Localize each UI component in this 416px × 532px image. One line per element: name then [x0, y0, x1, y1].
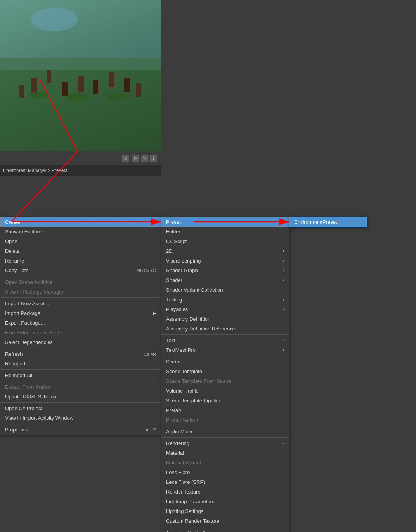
svg-rect-2	[31, 78, 37, 93]
left-menu-shortcut-copy-path: Alt+Ctrl+C	[136, 268, 156, 273]
left-menu-item-open-csharp[interactable]: Open C# Project	[0, 403, 161, 413]
right-menu-label-folder: Folder	[166, 229, 180, 235]
right-menu-label-material: Material	[166, 450, 184, 456]
left-menu-label-create: Create	[5, 219, 20, 225]
left-menu-item-properties[interactable]: Properties...Alt+P	[0, 425, 161, 435]
right-menu-item-playables[interactable]: Playables›	[161, 304, 289, 314]
right-menu-item-assembly-definition-reference[interactable]: Assembly Definition Reference	[161, 324, 289, 334]
right-menu-label-prefab-variant: Prefab Variant	[166, 417, 198, 423]
left-menu-label-delete: Delete	[5, 248, 20, 254]
sep-sep7	[0, 424, 161, 424]
right-menu-item-folder[interactable]: Folder	[161, 227, 289, 236]
right-menu-item-custom-render-texture[interactable]: Custom Render Texture	[161, 516, 289, 526]
scene-decorations	[0, 0, 161, 161]
right-menu-item-preset[interactable]: Preset›	[161, 217, 289, 227]
left-context-menu: Create▶Show in ExplorerOpenDeleteRenameC…	[0, 217, 161, 435]
left-menu-label-reimport: Reimport	[5, 361, 26, 367]
left-menu-label-import-new-asset: Import New Asset...	[5, 301, 49, 306]
right-menu-item-assembly-definition[interactable]: Assembly Definition	[161, 314, 289, 324]
right-menu-item-audio-mixer[interactable]: Audio Mixer	[161, 427, 289, 436]
svg-point-13	[106, 93, 127, 100]
svg-rect-8	[124, 78, 130, 92]
svg-rect-5	[78, 76, 84, 92]
left-menu-arrow-create: ▶	[153, 220, 156, 224]
left-menu-shortcut-refresh: Ctrl+R	[144, 352, 156, 356]
right-menu-item-scene[interactable]: Scene	[161, 357, 289, 367]
left-menu-item-reimport[interactable]: Reimport	[0, 359, 161, 369]
right-menu-label-textmeshpro: TextMeshPro	[166, 347, 196, 353]
left-menu-label-view-in-package-manager: View in Package Manager	[5, 289, 64, 295]
right-menu-item-render-texture[interactable]: Render Texture	[161, 487, 289, 497]
right-menu-item-lighting-settings[interactable]: Lighting Settings	[161, 506, 289, 516]
sep-sep2	[0, 297, 161, 298]
right-menu-label-render-texture: Render Texture	[166, 489, 201, 495]
left-menu-item-create[interactable]: Create▶	[0, 217, 161, 227]
left-menu-item-select-dependencies[interactable]: Select Dependencies	[0, 337, 161, 347]
left-menu-item-open[interactable]: Open	[0, 236, 161, 246]
svg-rect-7	[109, 72, 114, 87]
toolbar-icon-1[interactable]: ⊞	[122, 155, 129, 162]
right-menu-item-scene-template[interactable]: Scene Template	[161, 367, 289, 376]
far-right-label-environment-preset: EnvironmentPreset	[294, 219, 337, 225]
right-menu-item-scene-template-pipeline[interactable]: Scene Template Pipeline	[161, 396, 289, 405]
left-menu-label-select-dependencies: Select Dependencies	[5, 339, 53, 345]
right-menu-item-lens-flare-srp[interactable]: Lens Flare (SRP)	[161, 477, 289, 487]
left-menu-item-update-uxml[interactable]: Update UXML Schema	[0, 392, 161, 402]
right-menu-label-preset: Preset	[166, 219, 181, 225]
svg-rect-10	[136, 83, 141, 97]
right-menu-item-2d[interactable]: 2D›	[161, 246, 289, 256]
left-menu-item-extract-from-prefab: Extract From Prefab	[0, 382, 161, 392]
left-menu-item-view-import-activity[interactable]: View in Import Activity Window	[0, 413, 161, 423]
left-menu-item-refresh[interactable]: RefreshCtrl+R	[0, 349, 161, 359]
right-menu-item-visual-scripting[interactable]: Visual Scripting›	[161, 256, 289, 266]
right-menu-label-custom-render-texture: Custom Render Texture	[166, 518, 219, 524]
right-menu-item-lens-flare[interactable]: Lens Flare	[161, 468, 289, 477]
left-menu-item-delete[interactable]: Delete	[0, 246, 161, 256]
right-menu-arrow-textmeshpro: ›	[283, 348, 284, 352]
left-menu-shortcut-properties: Alt+P	[146, 428, 156, 432]
toolbar-icon-2[interactable]: ⚙	[132, 155, 139, 162]
right-menu-label-shader-graph: Shader Graph	[166, 268, 198, 273]
left-menu-item-reimport-all[interactable]: Reimport All	[0, 370, 161, 380]
right-menu-item-csharp-script[interactable]: C# Script	[161, 236, 289, 246]
right-menu-item-material-variant: Material Variant	[161, 458, 289, 468]
svg-rect-3	[47, 70, 51, 83]
left-menu-item-export-package[interactable]: Export Package...	[0, 318, 161, 328]
left-menu-item-copy-path[interactable]: Copy PathAlt+Ctrl+C	[0, 266, 161, 275]
left-menu-item-import-new-asset[interactable]: Import New Asset...	[0, 299, 161, 308]
right-menu-item-testing[interactable]: Testing›	[161, 295, 289, 304]
breadcrumb-text: Enviroment Manager > Presets	[3, 168, 68, 173]
left-menu-label-open-scene-additive: Open Scene Additive	[5, 279, 52, 285]
right-sep-sep5	[161, 527, 289, 527]
far-right-menu-item-environment-preset[interactable]: EnvironmentPreset	[289, 217, 366, 227]
right-menu-item-animator-controller[interactable]: Animator Controller	[161, 528, 289, 532]
right-sep-sep3	[161, 426, 289, 426]
left-menu-item-open-scene-additive: Open Scene Additive	[0, 277, 161, 287]
right-menu-arrow-playables: ›	[283, 307, 284, 311]
left-menu-item-rename[interactable]: Rename	[0, 256, 161, 266]
right-menu-label-lighting-settings: Lighting Settings	[166, 508, 203, 514]
right-menu-label-csharp-script: C# Script	[166, 238, 187, 244]
left-menu-label-view-import-activity: View in Import Activity Window	[5, 415, 73, 421]
left-menu-item-show-in-explorer[interactable]: Show in Explorer	[0, 227, 161, 236]
right-menu-item-volume-profile[interactable]: Volume Profile	[161, 386, 289, 396]
right-menu-item-material[interactable]: Material	[161, 448, 289, 458]
left-menu-item-view-in-package-manager: View in Package Manager	[0, 287, 161, 297]
left-menu-item-import-package[interactable]: Import Package▶	[0, 308, 161, 318]
right-menu-item-rendering[interactable]: Rendering›	[161, 438, 289, 448]
toolbar-icon-3[interactable]: ✎	[141, 155, 148, 162]
right-menu-label-visual-scripting: Visual Scripting	[166, 258, 201, 264]
right-menu-item-prefab[interactable]: Prefab	[161, 405, 289, 415]
right-menu-item-shader[interactable]: Shader›	[161, 275, 289, 285]
right-menu-item-lightmap-parameters[interactable]: Lightmap Parameters	[161, 497, 289, 506]
right-menu-item-shader-graph[interactable]: Shader Graph›	[161, 266, 289, 275]
right-menu-item-shader-variant-collection[interactable]: Shader Variant Collection	[161, 285, 289, 295]
sep-sep3	[0, 348, 161, 348]
left-menu-label-import-package: Import Package	[5, 310, 40, 316]
left-menu-label-export-package: Export Package...	[5, 320, 45, 326]
toolbar-icon-4[interactable]: ℹ	[150, 155, 157, 162]
right-submenu: Preset›FolderC# Script2D›Visual Scriptin…	[161, 217, 289, 532]
right-menu-item-text[interactable]: Text›	[161, 336, 289, 345]
right-menu-item-textmeshpro[interactable]: TextMeshPro›	[161, 345, 289, 355]
sep-sep5	[0, 381, 161, 381]
